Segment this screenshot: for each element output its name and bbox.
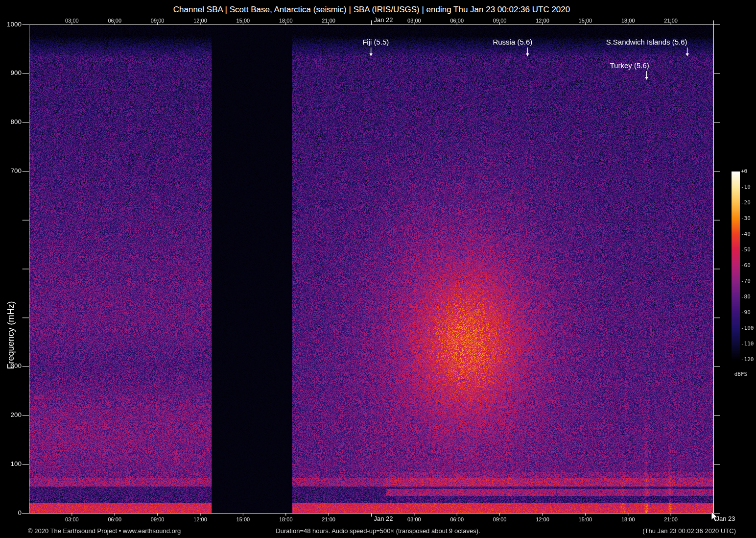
x-tick-label-bottom: 18:00 [279, 516, 293, 523]
page-root: Channel SBA | Scott Base, Antarctica (se… [0, 0, 756, 538]
earthquake-annotation-label: Turkey (5.6) [610, 62, 649, 69]
earthquake-annotation-label: Russia (5.6) [493, 39, 532, 45]
colorbar-tick-label: -40 [741, 231, 751, 237]
x-tick-label-top: 15:00 [579, 18, 592, 24]
x-tick-label-top: 15:00 [236, 18, 250, 24]
x-tick-label-top: 18:00 [279, 18, 293, 24]
y-tick-label: 200 [0, 412, 22, 418]
y-tick-label: 800 [0, 119, 22, 125]
colorbar-title: dBFS [730, 371, 752, 377]
earthquake-annotation-label: Fiji (5.5) [362, 39, 389, 45]
x-tick-label-top: 12:00 [536, 18, 549, 24]
colorbar-tick-label: -70 [741, 278, 751, 284]
y-tick-label: 900 [0, 70, 22, 76]
x-tick-label-bottom: 12:00 [193, 516, 207, 523]
x-tick-label-bottom: 09:00 [493, 516, 507, 523]
x-tick-label-top: 06:00 [108, 18, 121, 24]
x-tick-label-bottom: Jan 22 [374, 515, 393, 522]
colorbar-tick-label: -20 [741, 200, 751, 206]
colorbar-tick-label: -90 [741, 310, 751, 316]
x-tick-label-top: 21:00 [322, 18, 335, 24]
x-tick-label-top: 12:00 [193, 18, 207, 24]
x-tick-label-top: 06:00 [450, 18, 464, 24]
mouse-cursor-icon [711, 512, 719, 523]
x-tick-label-bottom: 09:00 [151, 516, 165, 523]
colorbar-tick-label: -80 [741, 294, 751, 300]
x-tick-label-bottom: 18:00 [621, 516, 635, 523]
x-tick-label-top: 09:00 [151, 18, 165, 24]
x-tick-label-top: 03:00 [407, 18, 421, 24]
x-tick-label-bottom: 03:00 [407, 516, 421, 523]
x-tick-label-bottom: 03:00 [65, 516, 79, 523]
spectrogram-canvas [29, 25, 714, 513]
colorbar-tick-label: -30 [741, 216, 751, 221]
x-tick-label-top: 18:00 [621, 18, 635, 24]
earthquake-annotation-label: S.Sandwich Islands (5.6) [606, 39, 687, 45]
chart-title: Channel SBA | Scott Base, Antarctica (se… [0, 5, 743, 15]
colorbar-tick-label: -110 [741, 341, 754, 347]
x-tick-label-bottom: 15:00 [236, 516, 250, 523]
colorbar-tick-label: -120 [741, 357, 754, 363]
x-tick-label-bottom: 06:00 [108, 516, 121, 523]
y-tick-label: 0 [0, 510, 22, 516]
y-axis-title: Frequency (mHz) [6, 301, 16, 369]
footer-copyright-text: © 2020 The Earthsound Project • www.eart… [28, 527, 181, 535]
colorbar-tick-label: -10 [741, 184, 751, 190]
colorbar-tick-label: -100 [741, 325, 754, 331]
y-tick-label: 700 [0, 168, 22, 174]
y-tick-label: 1000 [0, 21, 22, 27]
x-tick-label-top: 21:00 [664, 18, 678, 24]
x-tick-label-bottom: 15:00 [579, 516, 592, 523]
x-tick-label-top: Jan 22 [374, 17, 393, 23]
x-tick-label-bottom: 21:00 [664, 516, 678, 523]
colorbar-tick-label: -60 [741, 263, 751, 269]
colorbar-tick-label: +0 [741, 169, 747, 174]
colorbar-gradient [732, 171, 740, 360]
x-tick-label-top: 09:00 [493, 18, 507, 24]
x-tick-label-bottom: Jan 23 [716, 515, 735, 522]
x-tick-label-bottom: 21:00 [322, 516, 335, 523]
x-tick-label-bottom: 06:00 [450, 516, 464, 523]
footer-timestamp-text: (Thu Jan 23 00:02:36 2020 UTC) [642, 527, 736, 535]
x-tick-label-top: 03:00 [65, 18, 79, 24]
y-tick-label: 100 [0, 461, 22, 467]
x-tick-label-bottom: 12:00 [536, 516, 549, 523]
colorbar-tick-label: -50 [741, 247, 751, 253]
